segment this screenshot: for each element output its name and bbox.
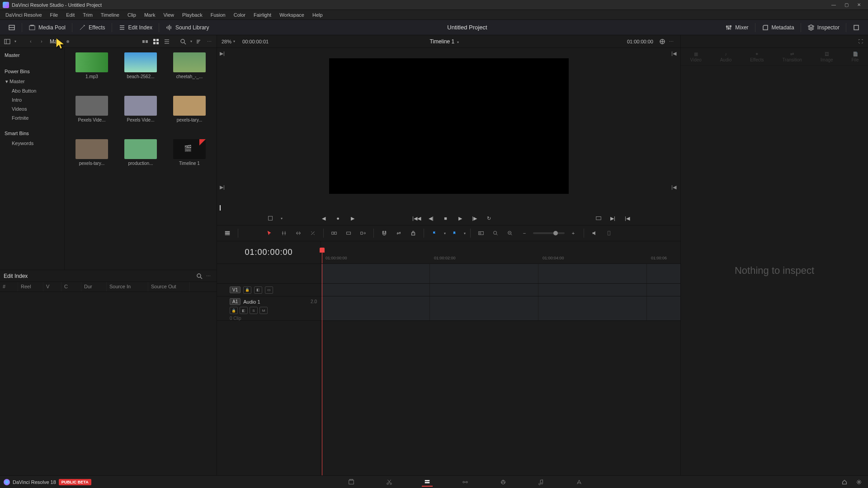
ei-col-source-in[interactable]: Source In: [107, 282, 148, 291]
clip-thumbnail[interactable]: Timeline 1: [167, 139, 212, 180]
match-frame-button[interactable]: [594, 213, 604, 223]
clip-thumbnail[interactable]: beach-2562...: [118, 52, 163, 93]
ei-col-reel[interactable]: Reel: [18, 282, 43, 291]
close-button[interactable]: ✕: [853, 1, 865, 9]
zoom-in-button[interactable]: +: [567, 228, 579, 239]
next-clip-button[interactable]: ▶: [348, 213, 358, 223]
thumb-view-button[interactable]: [151, 37, 160, 46]
media-page-button[interactable]: [346, 478, 357, 487]
clip-thumbnail[interactable]: Pexels Vide...: [69, 96, 114, 136]
menu-help[interactable]: Help: [309, 11, 326, 19]
edit-index-options[interactable]: ⋯: [204, 272, 213, 281]
match-frame-in-icon[interactable]: |◀: [671, 51, 678, 57]
position-lock-toggle[interactable]: [407, 228, 419, 239]
next-edit-button[interactable]: ▶|: [608, 213, 618, 223]
edit-index-toggle[interactable]: Edit Index: [114, 22, 157, 33]
strip-view-button[interactable]: [141, 37, 150, 46]
timeline-timecode[interactable]: 01:00:00:00: [217, 241, 321, 264]
list-view-button[interactable]: [162, 37, 171, 46]
first-frame-button[interactable]: |◀◀: [412, 213, 422, 223]
track-header-v1[interactable]: V1 🔒 ◧ ▭: [217, 284, 321, 296]
inspector-tab-image[interactable]: 🖼Image: [821, 52, 833, 62]
go-first-icon[interactable]: ▶|: [220, 184, 226, 191]
home-button[interactable]: [839, 478, 850, 487]
timeline-playhead[interactable]: [322, 250, 322, 263]
chevron-down-icon[interactable]: ▾: [14, 39, 16, 43]
flag-chevron[interactable]: ▾: [444, 231, 446, 235]
project-settings-button[interactable]: [854, 478, 864, 487]
power-bin-videos[interactable]: Videos: [0, 104, 64, 113]
bypass-color-button[interactable]: [658, 37, 667, 46]
transform-chevron[interactable]: ▾: [281, 216, 283, 221]
inspector-tab-file[interactable]: 📄File: [851, 52, 859, 62]
power-bin-intro[interactable]: Intro: [0, 95, 64, 104]
track-lane-a1[interactable]: [321, 296, 680, 321]
menu-fusion[interactable]: Fusion: [207, 11, 229, 19]
a1-auto-select[interactable]: ◧: [240, 307, 248, 314]
search-button[interactable]: [179, 37, 188, 46]
ei-col-v[interactable]: V: [43, 282, 61, 291]
viewer-options[interactable]: ⋯: [667, 37, 676, 46]
step-back-button[interactable]: ◀|: [426, 213, 436, 223]
playhead-button[interactable]: ●: [333, 213, 343, 223]
full-screen-button[interactable]: [848, 22, 864, 33]
selection-tool[interactable]: [264, 228, 275, 239]
master-bin[interactable]: Master: [0, 50, 64, 61]
bin-list-toggle[interactable]: [3, 37, 12, 46]
scrubber-playhead[interactable]: [220, 205, 221, 211]
metadata-toggle[interactable]: Metadata: [757, 22, 799, 33]
a1-lock-toggle[interactable]: 🔒: [230, 307, 238, 314]
overwrite-clip-button[interactable]: [343, 228, 354, 239]
sort-button[interactable]: [194, 37, 203, 46]
flag-button[interactable]: [429, 228, 440, 239]
timeline-ruler[interactable]: 01:00:00:00 01:00:02:00 01:00:04:00 01:0…: [321, 241, 680, 264]
cut-page-button[interactable]: [384, 478, 395, 487]
track-header-a1[interactable]: A1 Audio 1 2.0 🔒 ◧ S M 0 Clip: [217, 296, 321, 321]
inspector-tab-effects[interactable]: ✦Effects: [750, 52, 764, 62]
record-timecode[interactable]: 01:00:00:00: [627, 39, 653, 44]
menu-view[interactable]: View: [160, 11, 178, 19]
timeline-name[interactable]: Timeline 1: [429, 38, 454, 45]
menu-davinci-resolve[interactable]: DaVinci Resolve: [2, 11, 46, 19]
pool-options-button[interactable]: ⋯: [205, 37, 214, 46]
nav-fwd-button[interactable]: ›: [37, 37, 46, 46]
v1-visible-toggle[interactable]: ▭: [265, 286, 273, 294]
power-bin-fortnite[interactable]: Fortnite: [0, 113, 64, 122]
a1-mute-toggle[interactable]: M: [259, 307, 268, 314]
power-bin-master[interactable]: Master: [0, 77, 64, 86]
go-last-icon[interactable]: |◀: [671, 184, 678, 191]
snapping-toggle[interactable]: [378, 228, 390, 239]
zoom-out-button[interactable]: −: [519, 228, 530, 239]
deliver-page-button[interactable]: [574, 478, 585, 487]
ei-col-c[interactable]: C: [61, 282, 81, 291]
match-frame-out-icon[interactable]: ▶|: [220, 51, 226, 57]
track-tag-v1[interactable]: V1: [230, 286, 241, 293]
clip-thumbnail[interactable]: pexels-tary...: [167, 96, 212, 136]
track-tag-a1[interactable]: A1: [230, 298, 241, 305]
zoom-percent[interactable]: 28%▾: [222, 39, 235, 44]
power-bin-abo-button[interactable]: Abo Button: [0, 86, 64, 95]
clip-thumbnail[interactable]: production...: [118, 139, 163, 180]
menu-edit[interactable]: Edit: [62, 11, 78, 19]
ei-col-source-out[interactable]: Source Out: [148, 282, 190, 291]
monitor-audio-button[interactable]: [589, 228, 600, 239]
loop-button[interactable]: ↻: [484, 213, 494, 223]
fairlight-page-button[interactable]: [536, 478, 547, 487]
full-extent-zoom[interactable]: [475, 228, 487, 239]
inspector-tab-video[interactable]: ▦Video: [690, 52, 701, 62]
source-timecode[interactable]: 00:00:00:01: [242, 39, 269, 44]
menu-file[interactable]: File: [47, 11, 62, 19]
viewer-canvas[interactable]: [329, 58, 569, 194]
fusion-page-button[interactable]: [460, 478, 471, 487]
timeline-view-options[interactable]: [222, 228, 233, 239]
menu-workspace[interactable]: Workspace: [276, 11, 308, 19]
prev-edit-button[interactable]: |◀: [623, 213, 632, 223]
clip-thumbnail[interactable]: pexels-tary...: [69, 139, 114, 180]
workspace-layout-button[interactable]: [4, 22, 20, 33]
menu-clip[interactable]: Clip: [124, 11, 140, 19]
color-page-button[interactable]: [498, 478, 509, 487]
insert-clip-button[interactable]: [328, 228, 340, 239]
v1-lock-toggle[interactable]: 🔒: [243, 286, 251, 294]
menu-trim[interactable]: Trim: [79, 11, 96, 19]
effects-toggle[interactable]: Effects: [74, 22, 109, 33]
